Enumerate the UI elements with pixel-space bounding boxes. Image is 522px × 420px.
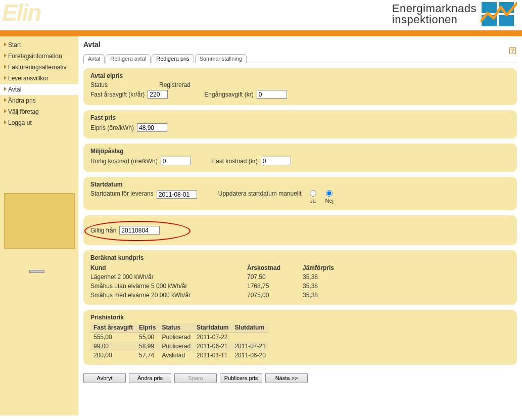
tab-redigera-avtal[interactable]: Redigera avtal	[106, 54, 151, 63]
panel-startdatum: Startdatum Startdatum för leverans Uppda…	[83, 177, 517, 210]
status-label: Status	[90, 81, 156, 88]
cell-jamforpris: 35,38	[303, 282, 373, 291]
header: Elin Energimarknads inspektionen	[0, 0, 522, 30]
spara-button[interactable]: Spara	[174, 373, 217, 383]
col-elpris: Elpris	[136, 323, 159, 333]
button-row: Avbryt Ändra pris Spara Publicera pris N…	[83, 370, 517, 383]
cell: 55,00	[136, 333, 159, 342]
caret-icon	[4, 109, 7, 113]
col-startdatum: Startdatum	[194, 323, 231, 333]
panel-prishistorik: Prishistorik Fast årsavgift Elpris Statu…	[83, 310, 517, 365]
table-row: 99,00 58,99 Publicerad 2011-06-21 2011-0…	[90, 342, 269, 351]
sidebar-item-leveransvillkor[interactable]: Leveransvillkor	[0, 73, 78, 84]
org-brand: Energimarknads inspektionen	[392, 1, 517, 27]
col-jamforpris: Jämförpris	[303, 263, 373, 272]
table-row: Småhus utan elvärme 5 000 kWh/år 1768,75…	[90, 282, 373, 291]
cell: 57,74	[136, 351, 159, 360]
fast-arsavgift-label: Fast årsavgift (kr/år)	[90, 91, 145, 98]
cell-arskostnad: 7075,00	[247, 291, 303, 300]
table-header-row: Fast årsavgift Elpris Status Startdatum …	[90, 323, 269, 333]
col-fast-arsavgift: Fast årsavgift	[90, 323, 136, 333]
cell: 2011-07-21	[231, 342, 268, 351]
uppdatera-nej-radio[interactable]	[326, 190, 333, 197]
fast-arsavgift-input[interactable]	[148, 90, 168, 99]
cell-kund: Småhus med elvärme 20 000 kWh/år	[90, 291, 247, 300]
cell-kund: Småhus utan elvärme 5 000 kWh/år	[90, 282, 247, 291]
sidebar-item-start[interactable]: Start	[0, 39, 78, 51]
panel-fast-pris: Fast pris Elpris (öre/kWh)	[83, 110, 517, 138]
uppdatera-ja-radio[interactable]	[310, 190, 316, 197]
col-slutdatum: Slutdatum	[231, 323, 268, 333]
cell-jamforpris: 35,38	[303, 272, 373, 282]
panel-giltig-fran: Giltig från	[83, 215, 517, 245]
caret-icon	[4, 42, 7, 46]
col-status: Status	[159, 323, 194, 333]
table-row: 200,00 57,74 Avslutad 2011-01-11 2011-06…	[90, 351, 269, 360]
avbryt-button[interactable]: Avbryt	[83, 373, 126, 383]
publicera-pris-button[interactable]: Publicera pris	[220, 373, 262, 383]
uppdatera-manuellt-label: Uppdatera startdatum manuellt	[218, 190, 302, 197]
elpris-label: Elpris (öre/kWh)	[90, 124, 134, 131]
table-row: 555,00 55,00 Publicerad 2011-07-22	[90, 333, 269, 342]
caret-icon	[4, 98, 7, 102]
fast-kostnad-input[interactable]	[261, 157, 291, 165]
panel-title: Prishistorik	[90, 314, 510, 321]
cell: Publicerad	[159, 333, 194, 342]
sidebar-item-foretagsinformation[interactable]: Företagsinformation	[0, 51, 78, 62]
sidebar-item-andra-pris[interactable]: Ändra pris	[0, 95, 78, 106]
startdatum-leverans-input[interactable]	[157, 190, 197, 199]
panel-title: Miljöpåslag	[90, 148, 510, 155]
cell	[231, 333, 268, 342]
cell: Publicerad	[159, 342, 194, 351]
panel-kundpris: Beräknat kundpris Kund Årskostnad Jämför…	[83, 250, 517, 305]
caret-icon	[4, 65, 7, 69]
tab-redigera-pris[interactable]: Redigera pris	[152, 54, 194, 63]
caret-icon	[4, 87, 7, 91]
panel-title: Fast pris	[90, 114, 510, 121]
rorlig-kostnad-input[interactable]	[161, 157, 191, 165]
radio-nej-label: Nej	[325, 198, 334, 204]
fast-kostnad-label: Fast kostnad (kr)	[212, 158, 258, 165]
engangsavgift-label: Engångsavgift (kr)	[204, 91, 253, 98]
cell: 99,00	[90, 342, 136, 351]
uppdatera-radio-group: Ja Nej	[310, 190, 334, 204]
table-row: Småhus med elvärme 20 000 kWh/år 7075,00…	[90, 291, 373, 300]
main-content: Avtal ? Avtal Redigera avtal Redigera pr…	[78, 36, 522, 415]
andra-pris-button[interactable]: Ändra pris	[129, 373, 171, 383]
svg-rect-0	[482, 2, 497, 13]
tab-avtal[interactable]: Avtal	[83, 54, 105, 63]
cell: 200,00	[90, 351, 136, 360]
rorlig-kostnad-label: Rörlig kostnad (öre/kWh)	[90, 158, 158, 165]
cell: 2011-06-21	[194, 342, 231, 351]
org-name: Energimarknads inspektionen	[392, 3, 477, 25]
sidebar-panel	[4, 193, 75, 249]
cell: 2011-01-11	[194, 351, 231, 360]
tab-sammanstallning[interactable]: Sammanställning	[195, 54, 247, 63]
panel-title: Beräknat kundpris	[90, 254, 510, 261]
help-icon[interactable]: ?	[509, 48, 516, 54]
sidebar-item-faktureringsalternativ[interactable]: Faktureringsalternativ	[0, 62, 78, 73]
cell-arskostnad: 1768,75	[247, 282, 303, 291]
panel-title: Startdatum	[90, 181, 510, 188]
panel-avtal-elpris: Avtal elpris Status Registrerad Fast års…	[83, 68, 517, 105]
panel-miljopaslag: Miljöpåslag Rörlig kostnad (öre/kWh) Fas…	[83, 144, 517, 172]
tab-bar: Avtal Redigera avtal Redigera pris Samma…	[83, 54, 517, 63]
nasta-button[interactable]: Nästa >>	[265, 373, 308, 383]
startdatum-leverans-label: Startdatum för leverans	[90, 190, 154, 197]
caret-icon	[4, 76, 7, 80]
caret-icon	[4, 120, 7, 124]
table-header-row: Kund Årskostnad Jämförpris	[90, 263, 373, 272]
cell-jamforpris: 35,38	[303, 291, 373, 300]
cell: 2011-06-20	[231, 351, 268, 360]
giltig-fran-input[interactable]	[119, 226, 160, 235]
elpris-input[interactable]	[137, 123, 167, 132]
col-kund: Kund	[90, 263, 247, 272]
sidebar-item-logga-ut[interactable]: Logga ut	[0, 117, 78, 128]
engangsavgift-input[interactable]	[257, 90, 287, 99]
cell-arskostnad: 707,50	[247, 272, 303, 282]
sidebar-item-valj-foretag[interactable]: Välj företag	[0, 106, 78, 117]
page-title: Avtal	[83, 40, 517, 49]
giltig-fran-label: Giltig från	[90, 227, 116, 234]
sidebar-item-avtal[interactable]: Avtal	[0, 84, 78, 95]
cell: Avslutad	[159, 351, 194, 360]
